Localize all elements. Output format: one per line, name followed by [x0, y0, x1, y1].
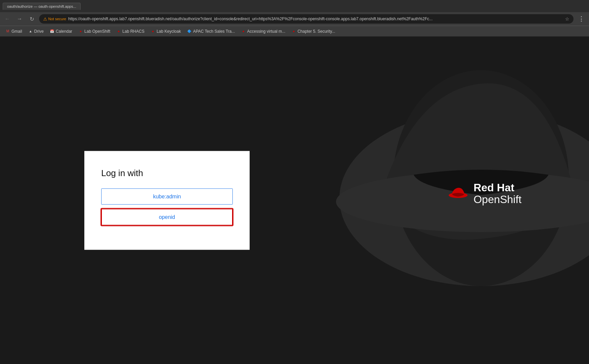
not-secure-label: Not secure — [48, 17, 66, 21]
redhat-name: Red Hat — [474, 181, 522, 193]
bookmark-accessing-virtual[interactable]: ● Accessing virtual m... — [239, 28, 288, 35]
login-box: Log in with kube:admin openid — [84, 151, 250, 250]
not-secure-icon: ⚠ — [43, 17, 47, 22]
bookmark-calendar-label: Calendar — [56, 29, 72, 34]
bookmark-calendar[interactable]: 📅 Calendar — [47, 28, 75, 35]
redhat-logo: Red Hat OpenShift — [448, 181, 522, 205]
bookmark-lab-rhacs-label: Lab RHACS — [122, 29, 144, 34]
not-secure-indicator: ⚠ Not secure — [43, 17, 66, 22]
bookmark-gmail-label: Gmail — [11, 29, 22, 34]
bookmark-chapter-security[interactable]: ● Chapter 5. Security... — [289, 28, 338, 35]
url-text: https://oauth-openshift.apps.lab7.opensh… — [68, 17, 432, 21]
star-icon[interactable]: ☆ — [565, 16, 569, 22]
redhat-hat-svg — [448, 185, 468, 202]
menu-button[interactable]: ⋮ — [576, 15, 586, 23]
kube-admin-button[interactable]: kube:admin — [101, 188, 233, 204]
lab-rhacs-icon: ● — [116, 29, 121, 34]
nav-bar: ← → ↻ ⚠ Not secure https://oauth-openshi… — [0, 12, 589, 26]
drive-icon: ▲ — [28, 29, 33, 34]
chapter-security-icon: ● — [291, 29, 296, 34]
gmail-icon: M — [5, 29, 10, 34]
back-button[interactable]: ← — [3, 14, 12, 24]
apac-tech-icon: 🔷 — [187, 29, 192, 34]
page-content: Red Hat OpenShift Log in with kube:admin… — [0, 36, 589, 364]
accessing-virtual-icon: ● — [241, 29, 246, 34]
reload-button[interactable]: ↻ — [27, 14, 36, 24]
login-title: Log in with — [101, 168, 233, 178]
bookmark-chapter-security-label: Chapter 5. Security... — [298, 29, 335, 34]
calendar-icon: 📅 — [50, 29, 54, 34]
bookmark-lab-rhacs[interactable]: ● Lab RHACS — [114, 28, 147, 35]
bookmarks-bar: M Gmail ▲ Drive 📅 Calendar ● Lab OpenShi… — [0, 26, 589, 36]
bookmark-apac-tech-label: APAC Tech Sales Tra... — [193, 29, 235, 34]
bookmark-drive-label: Drive — [34, 29, 44, 34]
openid-button[interactable]: openid — [101, 208, 233, 225]
redhat-brand-text: Red Hat OpenShift — [474, 181, 522, 205]
url-bar[interactable]: ⚠ Not secure https://oauth-openshift.app… — [39, 14, 573, 24]
lab-openshift-icon: ● — [78, 29, 83, 34]
bookmark-lab-keycloak[interactable]: ● Lab Keycloak — [148, 28, 184, 35]
bookmark-drive[interactable]: ▲ Drive — [25, 28, 46, 35]
active-tab[interactable]: oauth/authorize — oauth-openshift.apps..… — [3, 3, 81, 10]
bookmark-apac-tech[interactable]: 🔷 APAC Tech Sales Tra... — [184, 28, 237, 35]
bookmark-lab-openshift[interactable]: ● Lab OpenShift — [76, 28, 113, 35]
bookmark-lab-keycloak-label: Lab Keycloak — [157, 29, 181, 34]
browser-chrome: oauth/authorize — oauth-openshift.apps..… — [0, 0, 589, 36]
bookmark-lab-openshift-label: Lab OpenShift — [84, 29, 110, 34]
redhat-openshift: OpenShift — [474, 194, 522, 205]
bookmark-accessing-virtual-label: Accessing virtual m... — [247, 29, 285, 34]
tab-bar: oauth/authorize — oauth-openshift.apps..… — [0, 0, 589, 12]
bookmark-gmail[interactable]: M Gmail — [3, 28, 25, 35]
forward-button[interactable]: → — [15, 14, 24, 24]
lab-keycloak-icon: ● — [150, 29, 155, 34]
